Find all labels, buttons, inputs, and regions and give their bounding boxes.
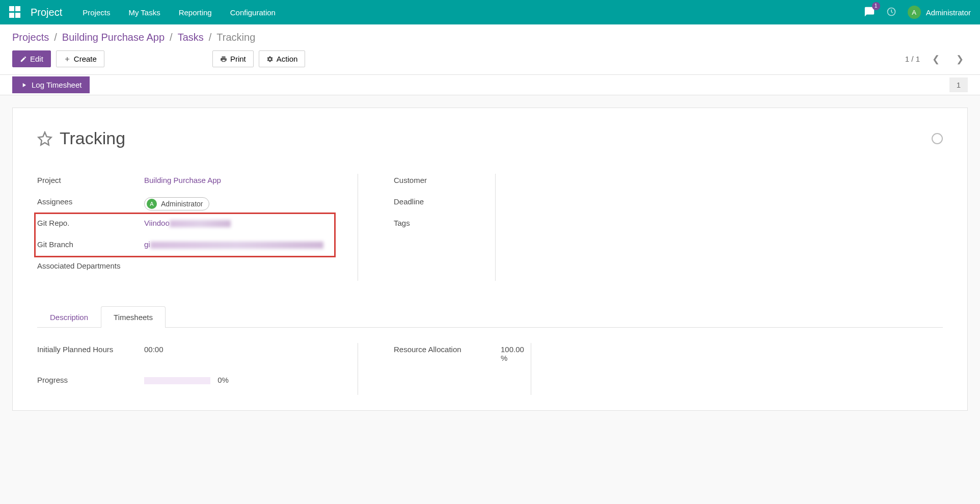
breadcrumb: Projects / Building Purchase App / Tasks…	[12, 32, 968, 43]
tab-description[interactable]: Description	[37, 306, 101, 328]
breadcrumb-tasks[interactable]: Tasks	[178, 32, 204, 43]
progress-value-wrap: 0%	[139, 374, 358, 384]
field-col-right: Customer Deadline Tags	[358, 174, 496, 281]
git-branch-value[interactable]: gi	[139, 238, 358, 249]
ts-col-right: Resource Allocation 100.00 %	[358, 343, 531, 395]
nav-my-tasks[interactable]: My Tasks	[128, 8, 160, 17]
log-timesheet-button[interactable]: Log Timesheet	[12, 76, 90, 93]
create-button[interactable]: Create	[56, 50, 104, 67]
git-branch-label: Git Branch	[37, 238, 139, 249]
field-row-customer: Customer	[394, 174, 495, 195]
planned-label: Initially Planned Hours	[37, 343, 139, 354]
star-icon[interactable]	[37, 131, 52, 146]
redacted-text	[150, 242, 323, 249]
activity-clock-icon[interactable]	[886, 7, 896, 18]
field-row-deadline: Deadline	[394, 195, 495, 217]
form-card: Tracking Project Building Purchase App A…	[12, 108, 968, 411]
user-menu[interactable]: A Administrator	[908, 6, 971, 19]
status-count[interactable]: 1	[949, 77, 968, 92]
field-col-left: Project Building Purchase App Assignees …	[37, 174, 358, 281]
edit-button[interactable]: Edit	[12, 50, 51, 67]
task-title: Tracking	[60, 128, 125, 148]
action-button[interactable]: Action	[259, 50, 306, 67]
breadcrumb-current: Tracking	[216, 32, 255, 43]
assignees-label: Assignees	[37, 195, 139, 206]
topbar-right: 1 A Administrator	[864, 6, 971, 19]
timesheet-fields: Initially Planned Hours 00:00 Progress 0…	[37, 343, 943, 395]
assignee-name: Administrator	[161, 200, 203, 208]
action-row: Edit Create Print Action 1 / 1 ❮ ❯	[12, 50, 968, 67]
plus-icon	[64, 56, 71, 63]
progress-label: Progress	[37, 374, 139, 384]
header-section: Projects / Building Purchase App / Tasks…	[0, 24, 980, 75]
tabs: Description Timesheets	[37, 306, 943, 328]
breadcrumb-project-name[interactable]: Building Purchase App	[62, 32, 165, 43]
deadline-label: Deadline	[394, 195, 495, 206]
pencil-icon	[20, 56, 27, 63]
breadcrumb-sep: /	[170, 32, 173, 43]
tags-label: Tags	[394, 217, 495, 227]
progress-bar	[144, 377, 210, 384]
gear-icon	[266, 56, 274, 63]
user-name: Administrator	[926, 8, 971, 17]
redacted-text	[170, 220, 231, 227]
customer-label: Customer	[394, 174, 495, 184]
assoc-dept-value	[139, 259, 358, 261]
git-repo-label: Git Repo.	[37, 217, 139, 227]
assignee-pill[interactable]: A Administrator	[144, 197, 209, 210]
top-navbar: Project Projects My Tasks Reporting Conf…	[0, 0, 980, 24]
print-button[interactable]: Print	[212, 50, 254, 67]
assoc-dept-label: Associated Departments	[37, 259, 139, 270]
pager: 1 / 1 ❮ ❯	[905, 51, 968, 67]
avatar: A	[147, 199, 157, 209]
nav-reporting[interactable]: Reporting	[179, 8, 212, 17]
title-row: Tracking	[37, 128, 943, 148]
breadcrumb-projects[interactable]: Projects	[12, 32, 49, 43]
play-icon	[20, 82, 28, 89]
action-group-center: Print Action	[212, 50, 306, 67]
field-row-assignees: Assignees A Administrator	[37, 195, 358, 217]
field-row-git-repo: Git Repo. Viindoo	[37, 217, 358, 238]
field-row-assoc-dept: Associated Departments	[37, 259, 358, 281]
project-value[interactable]: Building Purchase App	[139, 174, 358, 184]
resource-label: Resource Allocation	[394, 343, 480, 354]
project-label: Project	[37, 174, 139, 184]
nav-configuration[interactable]: Configuration	[230, 8, 276, 17]
field-row-project: Project Building Purchase App	[37, 174, 358, 195]
kanban-state-circle[interactable]	[932, 133, 943, 144]
pager-prev-icon[interactable]: ❮	[928, 51, 944, 67]
field-row-progress: Progress 0%	[37, 374, 358, 395]
chat-icon[interactable]: 1	[864, 6, 875, 19]
field-row-git-branch: Git Branch gi	[37, 238, 358, 259]
chat-badge: 1	[872, 2, 880, 10]
form-wrapper: Tracking Project Building Purchase App A…	[0, 95, 980, 423]
field-row-tags: Tags	[394, 217, 495, 238]
ts-col-left: Initially Planned Hours 00:00 Progress 0…	[37, 343, 358, 395]
breadcrumb-sep: /	[54, 32, 57, 43]
pager-next-icon[interactable]: ❯	[952, 51, 968, 67]
progress-value: 0%	[217, 376, 229, 384]
apps-grid-icon[interactable]	[9, 6, 21, 18]
field-columns: Project Building Purchase App Assignees …	[37, 174, 943, 281]
nav-links: Projects My Tasks Reporting Configuratio…	[83, 8, 276, 17]
assignees-value: A Administrator	[139, 195, 358, 210]
field-row-resource: Resource Allocation 100.00 %	[394, 343, 531, 364]
ts-col-spacer	[531, 343, 943, 395]
breadcrumb-sep: /	[209, 32, 212, 43]
resource-value: 100.00 %	[480, 343, 531, 362]
field-col-spacer	[496, 174, 943, 281]
tab-timesheets[interactable]: Timesheets	[101, 306, 166, 328]
pager-text: 1 / 1	[905, 55, 920, 63]
field-row-planned: Initially Planned Hours 00:00	[37, 343, 358, 374]
app-title[interactable]: Project	[31, 7, 62, 18]
avatar: A	[908, 6, 921, 19]
statusbar: Log Timesheet 1	[0, 75, 980, 95]
nav-projects[interactable]: Projects	[83, 8, 110, 17]
planned-value: 00:00	[139, 343, 358, 354]
git-repo-value[interactable]: Viindoo	[139, 217, 358, 227]
action-group-left: Edit Create	[12, 50, 104, 67]
print-icon	[220, 56, 227, 63]
